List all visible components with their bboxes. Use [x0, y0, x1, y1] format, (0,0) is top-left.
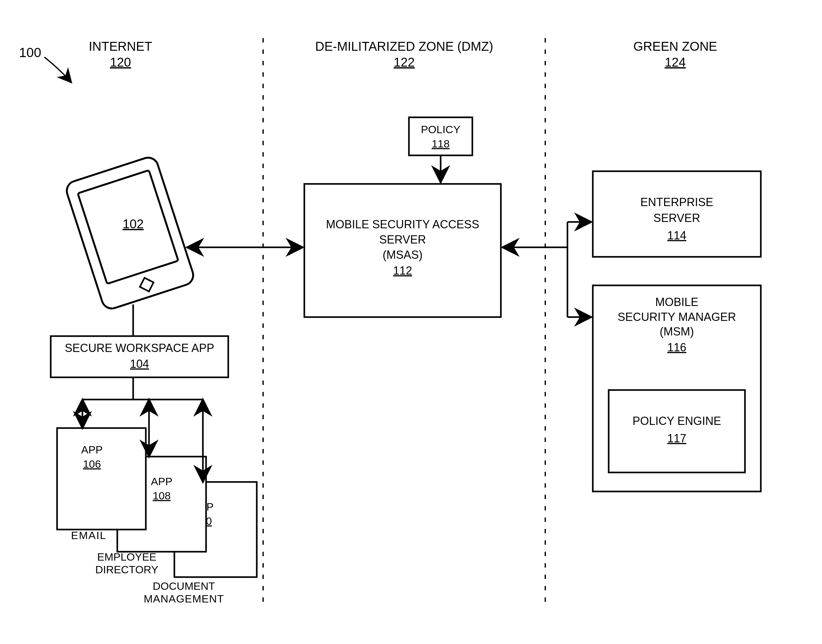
app1-box: [57, 428, 146, 529]
enterprise-ref: 114: [667, 229, 686, 242]
policy-box: [409, 117, 472, 155]
zone-internet-title: INTERNET: [89, 39, 152, 53]
enterprise-line1: ENTERPRISE: [640, 196, 713, 209]
zone-internet-ref: 120: [110, 55, 131, 69]
zone-dmz-ref: 122: [394, 55, 415, 69]
mobile-device: [64, 155, 196, 311]
msas-ref: 112: [393, 264, 412, 277]
zone-green-ref: 124: [665, 55, 686, 69]
zone-dmz-title: DE-MILITARIZED ZONE (DMZ): [315, 39, 493, 53]
figure-ref-arrow: [44, 57, 71, 83]
apps-cluster: APP 110 DOCUMENT MANAGEMENT APP 108 EMPL…: [57, 428, 257, 605]
secure-workspace-title: SECURE WORKSPACE APP: [65, 342, 214, 354]
app2-title: APP: [151, 475, 173, 488]
app2-label-1: EMPLOYEE: [97, 551, 156, 563]
zone-green-title: GREEN ZONE: [634, 39, 717, 53]
architecture-diagram: 100 INTERNET 120 DE-MILITARIZED ZONE (DM…: [0, 0, 822, 644]
policy-ref: 118: [432, 138, 450, 150]
secure-workspace-ref: 104: [130, 357, 149, 370]
svg-rect-0: [64, 155, 196, 311]
msas-line3: (MSAS): [383, 248, 422, 261]
msm-line2: SECURITY MANAGER: [617, 310, 736, 324]
app2-ref: 108: [153, 489, 171, 501]
msm-ref: 116: [667, 341, 686, 354]
enterprise-line2: SERVER: [654, 212, 700, 224]
app3-label-1: DOCUMENT: [153, 580, 215, 592]
app2-label-2: DIRECTORY: [95, 563, 158, 575]
msas-line2: SERVER: [379, 233, 426, 246]
msm-line1: MOBILE: [655, 296, 698, 308]
figure-ref-label: 100: [19, 45, 41, 60]
device-ref: 102: [123, 217, 144, 231]
policy-engine-ref: 117: [667, 432, 686, 445]
msm-line3: (MSM): [660, 325, 694, 338]
app3-label-2: MANAGEMENT: [144, 593, 224, 605]
msas-line1: MOBILE SECURITY ACCESS: [326, 218, 479, 231]
policy-engine-title: POLICY ENGINE: [632, 414, 721, 428]
app1-title: APP: [81, 444, 103, 455]
svg-rect-2: [140, 278, 153, 291]
app1-ref: 106: [83, 458, 101, 470]
policy-engine-box: [609, 390, 745, 472]
app1-label: EMAIL: [71, 529, 107, 541]
policy-title: POLICY: [421, 123, 461, 135]
